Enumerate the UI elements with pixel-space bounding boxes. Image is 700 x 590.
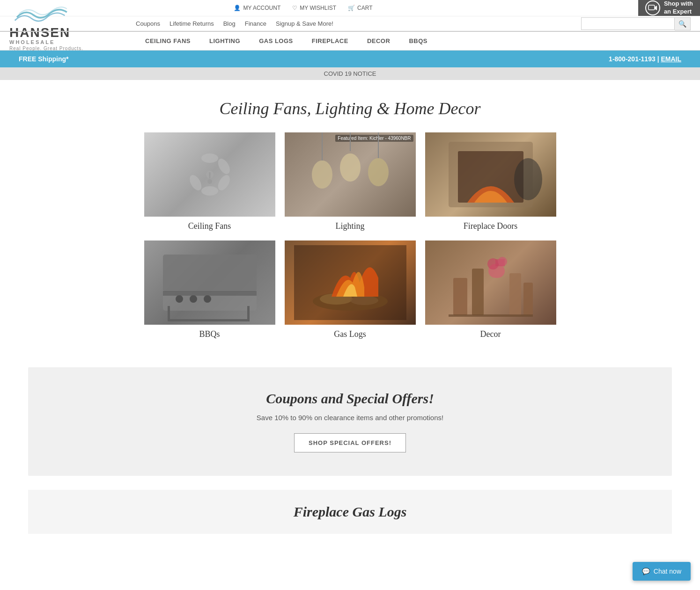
video-chat-icon [648, 3, 657, 13]
lighting-label: Lighting [336, 221, 365, 231]
email-link[interactable]: EMAIL [661, 55, 681, 63]
signup-link[interactable]: Signup & Save More! [276, 20, 333, 27]
bbqs-label: BBQs [199, 329, 220, 339]
product-grid: Ceiling Fans Featured Item: Kichler - 43… [93, 128, 608, 353]
phone-number[interactable]: 1-800-201-1193 [609, 55, 656, 63]
fireplace-doors-image [425, 132, 556, 217]
my-account-link[interactable]: 👤 MY ACCOUNT [234, 5, 280, 11]
svg-point-35 [487, 258, 499, 270]
svg-point-21 [176, 295, 183, 303]
svg-rect-39 [449, 314, 533, 317]
nav-fireplace[interactable]: FIREPLACE [302, 32, 358, 50]
gas-logs-image [285, 240, 416, 325]
svg-point-6 [187, 173, 204, 192]
logo-subtitle: WHOLESALE [9, 39, 83, 45]
my-wishlist-label: MY WISHLIST [300, 5, 336, 11]
lighting-decor-icon [285, 132, 416, 217]
bbq-grill-icon [144, 240, 275, 325]
main-nav: CEILING FANS LIGHTING GAS LOGS FIREPLACE… [0, 32, 700, 51]
lifetime-returns-link[interactable]: Lifetime Returns [169, 20, 214, 27]
search-icon: 🔍 [678, 20, 686, 28]
svg-point-4 [215, 173, 232, 192]
covid-notice-text: COVID 19 NOTICE [324, 70, 376, 77]
svg-rect-20 [163, 291, 257, 296]
nav-ceiling-fans[interactable]: CEILING FANS [136, 32, 200, 50]
product-card-fireplace-doors[interactable]: Fireplace Doors [425, 132, 556, 231]
product-card-lighting[interactable]: Featured Item: Kichler - 43960NBR Lighti… [285, 132, 416, 231]
svg-point-22 [190, 295, 197, 303]
blog-link[interactable]: Blog [223, 20, 236, 27]
svg-rect-19 [163, 255, 257, 292]
svg-point-5 [201, 186, 218, 196]
secondary-nav: Coupons Lifetime Returns Blog Finance Si… [0, 16, 700, 32]
ceiling-fans-label: Ceiling Fans [188, 221, 231, 231]
svg-point-14 [368, 158, 389, 186]
svg-point-12 [312, 160, 332, 189]
ceiling-fans-image [144, 132, 275, 217]
fireplace-gas-logs-section: Fireplace Gas Logs [28, 490, 672, 534]
svg-rect-37 [509, 273, 521, 315]
my-wishlist-link[interactable]: ♡ MY WISHLIST [292, 5, 336, 11]
decor-image [425, 240, 556, 325]
top-bar: HANSEN WHOLESALE Real People. Great Prod… [0, 0, 700, 16]
account-icon: 👤 [234, 5, 241, 11]
shop-special-offers-button[interactable]: SHOP SPECIAL OFFERS! [294, 433, 406, 452]
wishlist-icon: ♡ [292, 5, 297, 11]
separator: | [657, 55, 659, 63]
svg-point-13 [340, 153, 361, 182]
bbqs-image [144, 240, 275, 325]
svg-point-2 [201, 153, 218, 163]
lighting-image: Featured Item: Kichler - 43960NBR [285, 132, 416, 217]
svg-rect-0 [648, 5, 655, 10]
svg-rect-31 [453, 278, 467, 315]
search-button[interactable]: 🔍 [675, 17, 691, 30]
coupons-section: Coupons and Special Offers! Save 10% to … [28, 367, 672, 476]
svg-rect-24 [168, 306, 170, 320]
contact-info: 1-800-201-1193 | EMAIL [609, 55, 681, 63]
coupons-title: Coupons and Special Offers! [37, 391, 663, 407]
cart-icon: 🛒 [348, 5, 355, 11]
svg-rect-38 [523, 283, 533, 315]
finance-link[interactable]: Finance [245, 20, 266, 27]
decor-label: Decor [480, 329, 501, 339]
svg-point-17 [514, 158, 542, 200]
svg-point-30 [350, 296, 378, 305]
gas-logs-icon [285, 240, 416, 325]
coupons-subtitle: Save 10% to 90% on clearance items and o… [37, 414, 663, 422]
my-account-label: MY ACCOUNT [243, 5, 280, 11]
decor-display-icon [425, 240, 556, 325]
fireplace-doors-label: Fireplace Doors [464, 221, 517, 231]
search-input[interactable] [581, 17, 675, 30]
shop-expert-label: Shop withan Expert [664, 0, 693, 16]
nav-lighting[interactable]: LIGHTING [200, 32, 250, 50]
gas-logs-label: Gas Logs [334, 329, 366, 339]
svg-point-3 [215, 157, 232, 176]
fireplace-icon [425, 132, 556, 217]
logo-tagline: Real People. Great Products. [9, 46, 83, 51]
product-card-bbqs[interactable]: BBQs [144, 240, 275, 339]
search-box: 🔍 [581, 17, 691, 30]
product-card-gas-logs[interactable]: Gas Logs [285, 240, 416, 339]
svg-point-23 [204, 295, 211, 303]
info-bar: FREE Shipping* 1-800-201-1193 | EMAIL [0, 51, 700, 67]
svg-point-7 [207, 179, 212, 184]
fireplace-section-title: Fireplace Gas Logs [37, 504, 663, 520]
svg-point-36 [498, 257, 507, 266]
svg-rect-25 [247, 306, 250, 320]
nav-gas-logs[interactable]: GAS LOGS [250, 32, 302, 50]
svg-rect-26 [168, 319, 250, 321]
nav-decor[interactable]: DECOR [358, 32, 399, 50]
product-card-ceiling-fans[interactable]: Ceiling Fans [144, 132, 275, 231]
cart-label: CART [357, 5, 372, 11]
hero-heading: Ceiling Fans, Lighting & Home Decor [0, 80, 700, 128]
top-links: 👤 MY ACCOUNT ♡ MY WISHLIST 🛒 CART [234, 5, 372, 11]
coupons-link[interactable]: Coupons [136, 20, 160, 27]
expert-icon [645, 0, 660, 15]
nav-bbqs[interactable]: BBQS [399, 32, 437, 50]
shop-expert-button[interactable]: Shop withan Expert [638, 0, 700, 16]
ceiling-fan-icon [182, 146, 238, 203]
covid-bar[interactable]: COVID 19 NOTICE [0, 67, 700, 80]
cart-link[interactable]: 🛒 CART [348, 5, 372, 11]
svg-rect-32 [472, 269, 484, 315]
product-card-decor[interactable]: Decor [425, 240, 556, 339]
